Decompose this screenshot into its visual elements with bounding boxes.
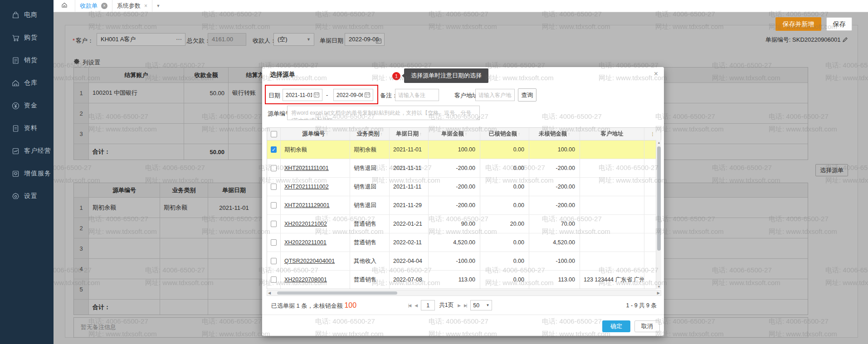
scroll-left-icon[interactable]: ◀	[268, 291, 271, 295]
source-code-textarea[interactable]	[287, 106, 480, 120]
grid-row[interactable]: ✓ 期初余额 期初余额 2021-11-01 100.00 0.00 100.0…	[267, 141, 661, 159]
bill-amount-cell: -100.00	[429, 252, 480, 270]
source-code-cell[interactable]: XHT20211129001	[281, 196, 350, 214]
row-checkbox[interactable]	[271, 184, 277, 190]
close-icon[interactable]: ×	[101, 3, 107, 9]
source-code-cell[interactable]: XHT20211111002	[281, 178, 350, 196]
col-header-type[interactable]: 业务类别↑	[350, 128, 390, 140]
address-cell	[580, 141, 644, 159]
confirm-button[interactable]: 确定	[602, 320, 630, 332]
sidebar-item-settings[interactable]: 设置	[0, 185, 54, 208]
col-header-address[interactable]: 客户地址	[580, 128, 644, 140]
scrollbar-thumb[interactable]	[277, 291, 397, 295]
grid-row[interactable]: XHT20211129001 销售退回 2021-11-29 -200.00 0…	[267, 196, 661, 215]
source-code-cell[interactable]: XH20220708001	[281, 271, 350, 289]
page-number-input[interactable]	[421, 300, 435, 310]
row-checkbox[interactable]	[271, 276, 277, 283]
prev-page-icon[interactable]: ◀	[414, 303, 417, 308]
row-checkbox[interactable]: ✓	[271, 146, 277, 153]
sort-icon[interactable]: ↑	[380, 131, 383, 136]
vertical-scrollbar[interactable]: ▲ ▼	[656, 140, 661, 289]
col-header-date[interactable]: 单据日期↑	[390, 128, 429, 140]
source-code-cell[interactable]: XH20220121002	[281, 215, 350, 233]
row-checkbox-cell[interactable]	[267, 271, 281, 289]
biz-type-cell: 销售退回	[350, 196, 390, 214]
biz-type-cell: 期初余额	[350, 141, 390, 159]
sort-icon[interactable]: ↑	[568, 131, 570, 136]
bill-date-cell: 2021-11-01	[390, 141, 429, 159]
home-tab[interactable]	[54, 0, 75, 12]
scroll-up-icon[interactable]: ▲	[656, 141, 662, 144]
remaining-cell: 70.00	[529, 215, 580, 233]
tab-system-params[interactable]: 系统参数 ×	[112, 0, 152, 12]
grid-row[interactable]: XHT20211111001 销售退回 2021-11-11 -200.00 0…	[267, 159, 661, 178]
page-total-label: 共1页	[439, 301, 454, 309]
col-header-code[interactable]: 源单编号↑	[281, 128, 350, 140]
remark-filter-input[interactable]	[395, 89, 439, 101]
col-header-written-off[interactable]: 已核销金额↑	[480, 128, 529, 140]
next-page-icon[interactable]: ▶	[458, 303, 460, 308]
sidebar-item-data[interactable]: 资料	[0, 117, 54, 140]
row-checkbox[interactable]	[271, 221, 277, 227]
source-code-cell[interactable]: XHT20211111001	[281, 159, 350, 177]
scroll-down-icon[interactable]: ▼	[656, 285, 662, 288]
row-checkbox-cell[interactable]	[267, 178, 281, 196]
source-code-cell[interactable]: 期初余额	[281, 141, 350, 159]
biz-type-cell: 其他收入	[350, 252, 390, 270]
page-size-select[interactable]: 50▼	[470, 300, 492, 310]
col-header-amount[interactable]: 单据金额↑	[429, 128, 480, 140]
sort-icon[interactable]: ↑	[465, 131, 467, 136]
annotation-badge: 1	[392, 72, 400, 80]
chevron-down-icon[interactable]: ▼	[152, 0, 164, 12]
sidebar-item-purchase[interactable]: 购货	[0, 26, 54, 49]
col-header-remaining[interactable]: 未核销金额↑	[529, 128, 580, 140]
grid-row[interactable]: XH20220708001 普通销售 2022-07-08 113.00 0.0…	[267, 271, 661, 289]
query-button[interactable]: 查询	[518, 88, 536, 102]
row-checkbox-cell[interactable]: ✓	[267, 141, 281, 159]
close-icon[interactable]: ×	[654, 70, 658, 78]
sort-icon[interactable]: ↑	[518, 131, 520, 136]
row-checkbox[interactable]	[271, 258, 277, 264]
grid-row[interactable]: QTSR20220404001 其他收入 2022-04-04 -100.00 …	[267, 252, 661, 271]
horizontal-scrollbar[interactable]: ◀ ▶	[267, 290, 661, 296]
col-header-more[interactable]: ⋮	[644, 128, 661, 140]
sidebar-item-sales[interactable]: 销货	[0, 49, 54, 72]
row-checkbox-cell[interactable]	[267, 233, 281, 252]
row-checkbox[interactable]	[271, 165, 277, 171]
grid-row[interactable]: XHT20211111002 销售退回 2021-11-11 -200.00 0…	[267, 178, 661, 196]
grid-row[interactable]: XH20220121002 普通销售 2022-01-21 90.00 20.0…	[267, 215, 661, 233]
sidebar-item-customer-ops[interactable]: 客户经营	[0, 140, 54, 162]
address-filter-input[interactable]	[475, 89, 515, 101]
sidebar-item-warehouse[interactable]: 仓库	[0, 72, 54, 94]
sidebar-item-eshop[interactable]: 电商	[0, 4, 54, 26]
row-checkbox-cell[interactable]	[267, 196, 281, 214]
select-all-checkbox[interactable]	[271, 131, 277, 137]
sort-icon[interactable]: ↑	[419, 131, 422, 136]
sort-icon[interactable]: ↑	[326, 131, 328, 136]
row-checkbox-cell[interactable]	[267, 215, 281, 233]
remaining-cell: 4,520.00	[529, 233, 580, 252]
row-checkbox-cell[interactable]	[267, 252, 281, 270]
source-code-cell[interactable]: QTSR20220404001	[281, 252, 350, 270]
close-icon[interactable]: ×	[144, 3, 147, 9]
last-page-icon[interactable]: ▶|	[464, 303, 466, 308]
select-all-cell[interactable]	[267, 128, 281, 140]
scrollbar-thumb[interactable]	[657, 146, 661, 251]
row-checkbox[interactable]	[271, 202, 277, 208]
grid-row[interactable]: XH20220211001 普通销售 2022-02-11 4,520.00 0…	[267, 233, 661, 252]
source-code-cell[interactable]: XH20220211001	[281, 233, 350, 252]
row-checkbox[interactable]	[271, 239, 277, 246]
sidebar-item-value-added[interactable]: 增值服务	[0, 162, 54, 185]
written-off-cell: 0.00	[480, 159, 529, 177]
tab-receipt[interactable]: 收款单 ×	[75, 0, 112, 12]
scroll-right-icon[interactable]: ▶	[657, 291, 660, 295]
save-and-new-button[interactable]: 保存并新增	[775, 17, 821, 31]
sidebar-item-funds[interactable]: 资金	[0, 94, 54, 117]
row-checkbox-cell[interactable]	[267, 159, 281, 177]
more-dots-icon: ⋮	[650, 131, 655, 136]
written-off-cell: 0.00	[480, 141, 529, 159]
cancel-button[interactable]: 取消	[634, 320, 660, 332]
save-button[interactable]: 保存	[826, 17, 852, 31]
first-page-icon[interactable]: |◀	[408, 303, 410, 308]
remaining-cell: -200.00	[529, 196, 580, 214]
